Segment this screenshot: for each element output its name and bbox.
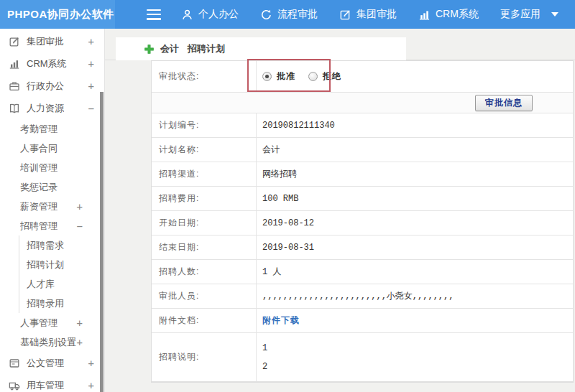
app-logo: PHPOA协同办公软件 [0, 0, 115, 29]
hamburger-menu-icon[interactable] [147, 9, 161, 20]
history-icon [260, 9, 272, 21]
sidebar-item[interactable]: 奖惩记录 [0, 177, 104, 197]
field-label: 招聘人数: [152, 260, 257, 284]
sidebar-item[interactable]: 集团审批+ [0, 30, 104, 52]
sidebar-item-label: 培训管理 [20, 162, 58, 174]
page-title-type: 招聘计划 [188, 42, 225, 55]
field-label: 审批人员: [152, 284, 257, 308]
sidebar-item[interactable]: 人事合同 [0, 139, 104, 158]
field-label: 计划编号: [152, 113, 257, 137]
radio-reject[interactable] [308, 72, 318, 81]
description-line: 1 [262, 339, 267, 358]
sidebar-item[interactable]: 公文管理+ [0, 352, 104, 374]
sidebar-item[interactable]: 行政办公+ [0, 75, 104, 97]
form-row: 计划编号:20190812111340 [152, 113, 573, 138]
expand-icon[interactable]: + [88, 80, 94, 92]
button-row: 审批信息 [152, 93, 573, 113]
field-value: 12 [257, 333, 573, 381]
briefcase-icon [9, 80, 20, 92]
truck-icon [9, 380, 20, 391]
field-label: 审批状态: [152, 61, 257, 92]
sidebar-item[interactable]: 薪资管理+ [0, 197, 104, 216]
approval-info-button[interactable]: 审批信息 [475, 95, 533, 111]
sidebar-item-label: 集团审批 [27, 35, 64, 48]
sidebar-item[interactable]: 人事管理+ [0, 313, 104, 332]
sidebar-item[interactable]: 招聘录用 [19, 294, 104, 313]
topbar-item-1[interactable]: 个人办公 [181, 8, 239, 21]
caret-down-icon [551, 12, 558, 17]
app-window: PHPOA协同办公软件 个人办公流程审批集团审批CRM系统更多应用 集团审批+C… [0, 0, 575, 392]
sidebar-item[interactable]: 人才库 [19, 274, 104, 294]
sidebar-nav: 集团审批+CRM系统+行政办公+人力资源−考勤管理人事合同培训管理奖惩记录薪资管… [0, 30, 104, 392]
approval-options: 批准 拒绝 [257, 61, 573, 92]
topbar-item-4[interactable]: CRM系统 [418, 8, 479, 21]
sidebar-item[interactable]: 人力资源− [0, 97, 104, 119]
expand-icon[interactable]: + [88, 358, 94, 369]
sidebar-item[interactable]: 培训管理 [0, 158, 104, 177]
expand-icon[interactable]: + [88, 36, 94, 47]
sidebar-item[interactable]: 用车管理+ [0, 374, 104, 392]
edit-icon [9, 36, 20, 47]
sidebar-item-label: 人力资源 [27, 102, 64, 115]
topbar-item-label: 个人办公 [198, 8, 239, 21]
radio-approve[interactable] [262, 72, 272, 81]
collapse-icon[interactable]: − [88, 103, 94, 114]
sidebar-scrollbar-thumb[interactable] [100, 92, 104, 392]
collapse-icon[interactable]: − [77, 220, 83, 232]
expand-icon[interactable]: + [77, 337, 83, 348]
field-value: 2019-08-31 [257, 235, 573, 259]
radio-reject-label: 拒绝 [323, 70, 341, 83]
field-label: 结束日期: [152, 235, 257, 259]
field-value: 网络招聘 [257, 162, 573, 186]
bar-chart-icon [418, 9, 431, 21]
add-icon [144, 44, 155, 55]
attachment-download-link[interactable]: 附件下载 [262, 314, 300, 327]
sidebar-item[interactable]: 招聘管理− [0, 216, 104, 235]
sidebar-item-label: 用车管理 [27, 379, 64, 392]
field-value: 2019-08-12 [257, 211, 573, 235]
form-row: 结束日期:2019-08-31 [152, 235, 573, 260]
sidebar-item[interactable]: 考勤管理 [0, 119, 104, 139]
topbar-item-label: 集团审批 [356, 8, 397, 21]
form-row: 计划名称:会计 [152, 138, 573, 162]
page-title-tab[interactable]: 会计 招聘计划 [116, 37, 406, 60]
sidebar-item[interactable]: 招聘需求 [19, 235, 104, 255]
sidebar-item-label: 人才库 [27, 278, 55, 291]
book-icon [9, 103, 20, 114]
sidebar-item[interactable]: 基础类别设置+ [0, 332, 104, 352]
expand-icon[interactable]: + [77, 201, 83, 213]
field-label: 招聘说明: [152, 333, 257, 381]
page-title-name: 会计 [160, 42, 179, 55]
expand-icon[interactable]: + [88, 58, 94, 70]
radio-approve-label: 批准 [277, 70, 295, 83]
topbar-item-3[interactable]: 集团审批 [339, 8, 397, 21]
sidebar-item-label: 基础类别设置 [20, 336, 76, 349]
form-row: 审批人员:,,,,,,,,,,,,,,,,,,,,,,,,小尧女,,,,,,,, [152, 284, 573, 309]
sidebar-item[interactable]: CRM系统+ [0, 52, 104, 75]
sidebar-item-label: 考勤管理 [20, 123, 58, 136]
topbar-item-label: CRM系统 [436, 8, 479, 21]
field-label: 招聘费用: [152, 187, 257, 210]
field-value: 100 RMB [257, 187, 573, 210]
expand-icon[interactable]: + [88, 380, 94, 391]
field-value: 会计 [257, 138, 573, 162]
description-line: 2 [262, 358, 267, 376]
field-label: 开始日期: [152, 211, 257, 235]
form-row: 招聘人数:1 人 [152, 260, 573, 284]
form-row: 招聘费用:100 RMB [152, 187, 573, 211]
sidebar-item[interactable]: 招聘计划 [19, 255, 104, 274]
form-row: 开始日期:2019-08-12 [152, 211, 573, 235]
field-label: 附件文档: [152, 309, 257, 332]
field-value: 1 人 [257, 260, 573, 284]
sidebar-item-label: 公文管理 [27, 357, 64, 370]
expand-icon[interactable]: + [77, 317, 83, 329]
topbar-item-2[interactable]: 流程审批 [260, 8, 318, 21]
form-row: 招聘渠道:网络招聘 [152, 162, 573, 187]
sidebar-item-label: 招聘需求 [27, 239, 64, 252]
document-icon [9, 358, 20, 369]
approval-form: 审批状态: 批准 拒绝 审批信息 计划编号:20190812111340计划名称… [151, 60, 574, 383]
topbar-item-5[interactable]: 更多应用 [500, 8, 558, 21]
main-content: 会计 招聘计划 审批状态: 批准 拒绝 审批信息 计划编号:2019081211… [105, 29, 575, 392]
field-label: 招聘渠道: [152, 162, 257, 186]
approval-status-row: 审批状态: 批准 拒绝 [152, 61, 573, 93]
